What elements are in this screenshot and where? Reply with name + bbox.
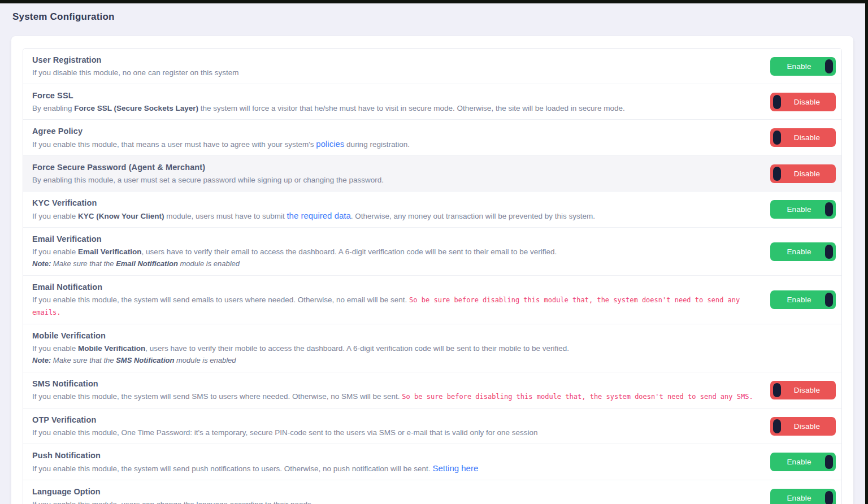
module-text: Language Option If you enable this modul… bbox=[32, 485, 763, 504]
toggle-knob bbox=[773, 167, 781, 181]
toggle-label: Disable bbox=[794, 170, 820, 178]
module-action: Enable bbox=[763, 200, 836, 219]
module-action: Enable bbox=[763, 489, 836, 504]
module-note: Note: Make sure that the SMS Notificatio… bbox=[32, 354, 753, 367]
module-row-push-notification: Push Notification If you enable this mod… bbox=[23, 444, 841, 480]
module-row-otp-verification: OTP Verification If you enable this modu… bbox=[23, 409, 841, 444]
module-title: Email Verification bbox=[32, 233, 753, 246]
module-title: Mobile Verification bbox=[32, 329, 753, 342]
module-text: Force Secure Password (Agent & Merchant)… bbox=[32, 161, 763, 186]
toggle-label: Disable bbox=[794, 422, 820, 431]
toggle-knob bbox=[825, 245, 833, 259]
module-list: User Registration If you disable this mo… bbox=[23, 48, 842, 504]
toggle-force-ssl[interactable]: Disable bbox=[770, 93, 836, 111]
toggle-label: Enable bbox=[787, 62, 811, 71]
toggle-email-verification[interactable]: Enable bbox=[770, 242, 836, 261]
module-action: Enable bbox=[763, 242, 836, 261]
module-note: Note: Make sure that the Email Notificat… bbox=[32, 258, 753, 270]
module-text: SMS Notification If you enable this modu… bbox=[32, 377, 763, 403]
module-description: If you enable this module, that means a … bbox=[32, 138, 753, 150]
module-text: OTP Verification If you enable this modu… bbox=[32, 414, 763, 438]
toggle-user-registration[interactable]: Enable bbox=[770, 57, 836, 76]
module-description: If you enable this module, the system wi… bbox=[32, 390, 753, 403]
module-row-user-registration: User Registration If you disable this mo… bbox=[23, 49, 841, 84]
module-text: Email Verification If you enable Email V… bbox=[32, 233, 763, 270]
toggle-knob bbox=[825, 59, 833, 73]
link-policies[interactable]: policies bbox=[316, 139, 344, 149]
module-description: If you enable this module, users can cha… bbox=[32, 498, 753, 504]
warning-text: So be sure before disabling this module … bbox=[402, 393, 753, 401]
link-setting-here[interactable]: Setting here bbox=[432, 463, 478, 473]
module-title: Language Option bbox=[32, 485, 753, 498]
module-row-force-ssl: Force SSL By enabling Force SSL (Secure … bbox=[23, 84, 841, 120]
module-title: Force SSL bbox=[32, 89, 753, 102]
toggle-label: Disable bbox=[794, 133, 820, 142]
module-text: Email Notification If you enable this mo… bbox=[32, 281, 763, 319]
toggle-label: Disable bbox=[794, 386, 820, 394]
module-action: Disable bbox=[763, 128, 836, 147]
module-text: Push Notification If you enable this mod… bbox=[32, 449, 763, 475]
toggle-kyc-verification[interactable]: Enable bbox=[770, 200, 836, 219]
module-description: By enabling this module, a user must set… bbox=[32, 174, 753, 186]
toggle-knob bbox=[825, 455, 833, 469]
module-description: If you enable this module, One Time Pass… bbox=[32, 427, 753, 438]
module-row-language-option: Language Option If you enable this modul… bbox=[23, 480, 841, 504]
toggle-label: Enable bbox=[787, 296, 811, 304]
module-title: User Registration bbox=[32, 54, 753, 67]
module-row-email-notification: Email Notification If you enable this mo… bbox=[23, 276, 841, 324]
system-configuration-card: User Registration If you disable this mo… bbox=[11, 36, 853, 504]
toggle-force-secure-password-agent-merchant[interactable]: Disable bbox=[770, 164, 836, 183]
toggle-push-notification[interactable]: Enable bbox=[770, 453, 836, 471]
module-title: Agree Policy bbox=[32, 125, 753, 138]
module-title: OTP Verification bbox=[32, 414, 753, 427]
page-title: System Configuration bbox=[11, 8, 853, 36]
toggle-label: Enable bbox=[787, 247, 811, 256]
toggle-knob bbox=[773, 383, 781, 397]
module-title: Push Notification bbox=[32, 449, 753, 462]
module-action: Enable bbox=[763, 57, 836, 76]
toggle-label: Disable bbox=[794, 98, 820, 106]
toggle-email-notification[interactable]: Enable bbox=[770, 290, 836, 309]
module-action: Enable bbox=[763, 453, 836, 471]
toggle-knob bbox=[773, 419, 781, 433]
page: System Configuration User Registration I… bbox=[0, 0, 868, 504]
module-action: Disable bbox=[763, 417, 836, 436]
module-action: Disable bbox=[763, 164, 836, 183]
module-row-force-secure-password-agent-merchant: Force Secure Password (Agent & Merchant)… bbox=[23, 156, 841, 192]
module-action: Disable bbox=[763, 93, 836, 111]
module-text: Force SSL By enabling Force SSL (Secure … bbox=[32, 89, 763, 114]
module-text: Agree Policy If you enable this module, … bbox=[32, 125, 763, 150]
module-title: Force Secure Password (Agent & Merchant) bbox=[32, 161, 753, 174]
module-row-kyc-verification: KYC Verification If you enable KYC (Know… bbox=[23, 192, 841, 228]
link-the-required-data[interactable]: the required data bbox=[287, 211, 350, 220]
module-title: SMS Notification bbox=[32, 377, 753, 390]
toggle-knob bbox=[825, 293, 833, 307]
module-action: Enable bbox=[763, 290, 836, 309]
module-row-mobile-verification: Mobile Verification If you enable Mobile… bbox=[23, 324, 841, 372]
toggle-sms-notification[interactable]: Disable bbox=[770, 381, 836, 399]
module-title: Email Notification bbox=[32, 281, 753, 294]
toggle-knob bbox=[825, 491, 833, 504]
toggle-label: Enable bbox=[787, 458, 811, 466]
module-description: If you enable Email Verification, users … bbox=[32, 246, 753, 258]
module-text: User Registration If you disable this mo… bbox=[32, 54, 763, 79]
toggle-label: Enable bbox=[787, 494, 811, 502]
screen-edge-right bbox=[865, 0, 868, 504]
module-row-sms-notification: SMS Notification If you enable this modu… bbox=[23, 372, 841, 409]
toggle-label: Enable bbox=[787, 205, 811, 214]
module-text: KYC Verification If you enable KYC (Know… bbox=[32, 197, 763, 222]
toggle-knob bbox=[773, 95, 781, 109]
module-action: Disable bbox=[763, 381, 836, 399]
module-row-agree-policy: Agree Policy If you enable this module, … bbox=[23, 120, 841, 156]
toggle-knob bbox=[773, 131, 781, 145]
module-description: If you disable this module, no one can r… bbox=[32, 67, 753, 79]
module-row-email-verification: Email Verification If you enable Email V… bbox=[23, 228, 841, 276]
toggle-otp-verification[interactable]: Disable bbox=[770, 417, 836, 436]
module-title: KYC Verification bbox=[32, 197, 753, 210]
toggle-language-option[interactable]: Enable bbox=[770, 489, 836, 504]
screen-edge-top bbox=[0, 0, 868, 3]
toggle-agree-policy[interactable]: Disable bbox=[770, 128, 836, 147]
toggle-knob bbox=[825, 202, 833, 216]
module-description: If you enable this module, the system wi… bbox=[32, 462, 753, 475]
module-description: If you enable Mobile Verification, users… bbox=[32, 342, 753, 354]
